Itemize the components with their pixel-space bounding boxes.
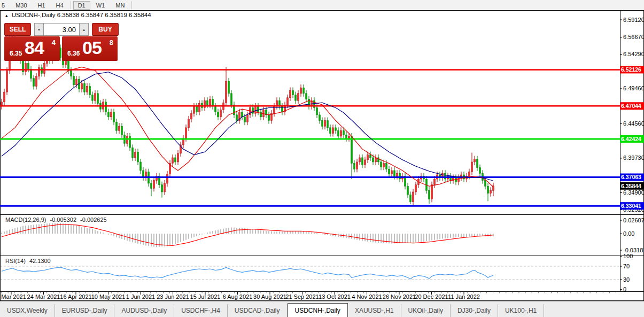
- svg-text:6.44560: 6.44560: [623, 120, 644, 127]
- svg-text:6.42424: 6.42424: [621, 136, 641, 142]
- timeframe-button-5[interactable]: 5: [0, 1, 10, 10]
- svg-text:21 Sep 2021: 21 Sep 2021: [285, 293, 319, 300]
- rsi-name: RSI(14): [5, 258, 26, 264]
- timeframe-button-m30[interactable]: M30: [11, 1, 32, 10]
- buy-price-point: 8: [110, 38, 113, 47]
- toolbar-separator: [71, 1, 71, 9]
- sell-button[interactable]: SELL: [4, 23, 31, 36]
- svg-text:6.52126: 6.52126: [621, 66, 641, 73]
- symbol-tab-usdchf-h4[interactable]: USDCHF-,H4: [174, 304, 228, 317]
- symbol-tab-xauusd-h1[interactable]: XAUUSD-,H1: [348, 304, 401, 317]
- macd-signal-value: -0.002625: [80, 217, 107, 223]
- svg-text:16 Apr 2021: 16 Apr 2021: [60, 293, 91, 300]
- symbol-tab-eurusd-daily[interactable]: EURUSD-,Daily: [55, 304, 115, 317]
- svg-text:0.00: 0.00: [623, 230, 634, 237]
- svg-text:6.49460: 6.49460: [623, 85, 644, 91]
- symbol-tab-bar: USDX,WeeklyEURUSD-,DailyAUDUSD-,DailyUSD…: [0, 301, 644, 317]
- svg-text:6.37063: 6.37063: [621, 174, 641, 180]
- svg-text:0.02607: 0.02607: [623, 217, 644, 223]
- timeframe-button-mn[interactable]: MN: [111, 1, 129, 10]
- macd-name: MACD(12,26,9): [5, 217, 46, 223]
- svg-text:20 Dec 2021: 20 Dec 2021: [415, 293, 448, 300]
- svg-text:30: 30: [623, 276, 630, 283]
- chevron-down-icon: ▼: [37, 28, 41, 32]
- svg-text:2 Mar 2021: 2 Mar 2021: [0, 293, 26, 300]
- chart-title: ▴ USDCNH-,Daily 6.35838 6.35847 6.35819 …: [5, 12, 151, 18]
- svg-text:4 Nov 2021: 4 Nov 2021: [352, 293, 382, 300]
- timeframe-button-w1[interactable]: W1: [91, 1, 110, 10]
- trading-platform-window: 6.591206.566706.542906.494606.445606.397…: [0, 0, 644, 317]
- volume-stepper: ▼ 3.00 ▲: [34, 23, 89, 36]
- svg-text:0: 0: [623, 286, 626, 292]
- svg-text:-0.03187: -0.03187: [623, 247, 644, 253]
- symbol-tab-audusd-daily[interactable]: AUDUSD-,Daily: [114, 304, 174, 317]
- svg-text:24 Mar 2021: 24 Mar 2021: [27, 293, 60, 300]
- svg-text:6.35844: 6.35844: [621, 183, 641, 189]
- svg-text:6.33041: 6.33041: [621, 203, 641, 209]
- symbol-tab-dj30-daily[interactable]: DJ30-,Daily: [451, 304, 498, 317]
- macd-indicator-label: MACD(12,26,9) -0.005302 -0.002625: [5, 217, 109, 223]
- sell-price-pips: 84: [25, 37, 44, 58]
- buy-price-prefix: 6.36: [67, 50, 80, 57]
- symbol-tab-usdcad-daily[interactable]: USDCAD-,Daily: [228, 304, 288, 317]
- volume-input[interactable]: 3.00: [44, 23, 79, 36]
- svg-text:30 Aug 2021: 30 Aug 2021: [253, 293, 286, 300]
- chart-symbol-label: USDCNH-,Daily: [12, 12, 56, 18]
- svg-text:6 Aug 2021: 6 Aug 2021: [223, 293, 253, 300]
- volume-increase-button[interactable]: ▲: [79, 23, 89, 36]
- sell-quote-box[interactable]: 6.35 84 4: [4, 36, 60, 61]
- chevron-up-icon: ▲: [82, 28, 86, 32]
- svg-text:6.39730: 6.39730: [623, 154, 644, 161]
- collapse-panel-icon[interactable]: ▴: [5, 13, 8, 18]
- one-click-trade-panel: SELL ▼ 3.00 ▲ BUY 6.35 84 4 6.36 05 8: [4, 23, 119, 61]
- rsi-indicator-label: RSI(14) 42.1300: [5, 258, 53, 264]
- svg-text:6.59120: 6.59120: [623, 17, 644, 23]
- symbol-tab-uk100-h1[interactable]: UK100-,H1: [498, 304, 544, 317]
- timeframe-button-h4[interactable]: H4: [51, 1, 68, 10]
- sell-price-point: 4: [52, 38, 56, 47]
- svg-text:70: 70: [623, 263, 630, 269]
- svg-text:26 Nov 2021: 26 Nov 2021: [383, 293, 416, 300]
- svg-text:23 Jun 2021: 23 Jun 2021: [157, 293, 189, 300]
- svg-text:100: 100: [623, 253, 633, 259]
- buy-button[interactable]: BUY: [92, 23, 119, 36]
- buy-price-pips: 05: [82, 37, 102, 58]
- macd-value: -0.005302: [50, 217, 76, 223]
- svg-text:6.56670: 6.56670: [623, 34, 644, 40]
- svg-text:1 Jun 2021: 1 Jun 2021: [126, 293, 155, 300]
- buy-quote-box[interactable]: 6.36 05 8: [62, 36, 118, 61]
- rsi-value: 42.1300: [29, 258, 51, 264]
- symbol-tab-ukoil-daily[interactable]: UKOil-,Daily: [401, 304, 451, 317]
- svg-text:11 Jan 2022: 11 Jan 2022: [448, 293, 480, 300]
- timeframe-button-h1[interactable]: H1: [33, 1, 50, 10]
- svg-text:6.34900: 6.34900: [623, 189, 644, 196]
- volume-decrease-button[interactable]: ▼: [34, 23, 44, 36]
- svg-text:6.54290: 6.54290: [623, 51, 644, 57]
- svg-text:6.47044: 6.47044: [621, 103, 641, 109]
- sell-price-prefix: 6.35: [10, 50, 22, 57]
- svg-text:10 May 2021: 10 May 2021: [91, 293, 126, 300]
- svg-text:15 Jul 2021: 15 Jul 2021: [190, 293, 221, 300]
- symbol-tab-usdcnh-daily[interactable]: USDCNH-,Daily: [288, 303, 348, 317]
- toolbar-separator: [131, 1, 132, 9]
- timeframe-toolbar: 5M30H1H4D1W1MN: [0, 0, 644, 10]
- timeframe-button-d1[interactable]: D1: [73, 1, 90, 10]
- svg-text:13 Oct 2021: 13 Oct 2021: [319, 293, 351, 300]
- chart-ohlc-values: 6.35838 6.35847 6.35819 6.35844: [57, 12, 151, 18]
- symbol-tab-usdx-weekly[interactable]: USDX,Weekly: [0, 304, 55, 317]
